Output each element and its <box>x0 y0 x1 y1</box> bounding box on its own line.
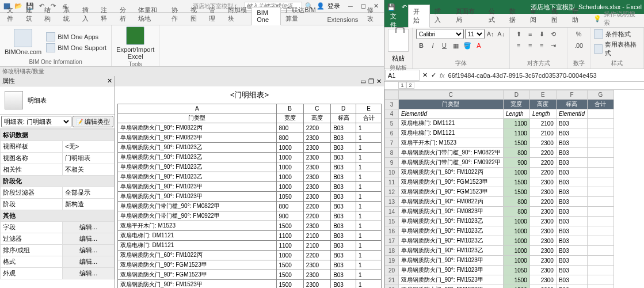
prop-value[interactable]: <无> <box>63 141 115 153</box>
table-row[interactable]: 双扇电梯门: DM112111002100B031 <box>118 231 382 241</box>
outline-level-1[interactable]: 1 <box>398 82 406 89</box>
row-header[interactable]: 7 <box>385 138 399 148</box>
table-row[interactable]: 11双扇钢质防火门_90°: FGM1523甲15002300B03 <box>385 177 614 187</box>
table-row[interactable]: 6双扇电梯门: DM112111002100B03 <box>385 128 614 138</box>
ribbon-tab[interactable]: 插入 <box>78 4 97 25</box>
data-subheader[interactable]: ElementId <box>399 109 504 119</box>
font-color-button[interactable]: A <box>474 40 484 51</box>
data-header[interactable]: 宽度 <box>503 100 529 109</box>
element-selector[interactable]: 明细表: 门明细表 <box>1 116 71 127</box>
table-row[interactable]: 9单扇钢质防火门带门槛_90°: FM0922甲9002200B03 <box>385 158 614 168</box>
col-header[interactable]: 标高 <box>331 113 356 123</box>
table-row[interactable]: 单扇钢质防火门带门槛_90°: FM0922甲9002200B031 <box>118 211 382 221</box>
ribbon-tab[interactable]: 协作 <box>167 4 186 25</box>
prop-section[interactable]: 标识数据 <box>1 130 115 141</box>
table-row[interactable]: 14单扇钢质防火门_90°: FM0823甲8002300B03 <box>385 207 614 217</box>
save-icon[interactable]: 💾 <box>387 2 396 12</box>
underline-button[interactable]: U <box>439 40 449 51</box>
excel-tab[interactable]: 页面布局 <box>451 5 484 27</box>
excel-tab[interactable]: 插入 <box>430 5 451 27</box>
col-header[interactable]: 高度 <box>303 113 330 123</box>
table-row[interactable]: 双扇电梯门: DM112111002100B031 <box>118 241 382 251</box>
border-button[interactable]: ▦ <box>451 40 461 51</box>
row-header[interactable]: 11 <box>385 177 399 187</box>
col-header[interactable]: 宽度 <box>276 113 303 123</box>
ribbon-tab[interactable]: 附加模块 <box>223 4 251 25</box>
prop-section[interactable]: 其他 <box>1 210 115 222</box>
row-header[interactable]: 13 <box>385 197 399 207</box>
col-header[interactable]: 合计 <box>356 113 382 123</box>
bold-button[interactable]: B <box>416 40 426 51</box>
table-row[interactable]: 双扇钢质防火门_90°: FGM1523甲15002300B031 <box>118 260 382 270</box>
col-header[interactable]: E <box>529 90 556 100</box>
data-header[interactable]: 高度 <box>529 100 556 109</box>
table-row[interactable]: 5双扇电梯门: DM112111002100B03 <box>385 119 614 128</box>
italic-button[interactable]: I <box>428 40 438 51</box>
row-header[interactable]: 6 <box>385 128 399 138</box>
table-row[interactable]: 双扇钢质防火门_60°: FM1022丙10002200B031 <box>118 251 382 260</box>
ribbon-tab[interactable]: 体量和场地 <box>134 4 167 25</box>
login-label[interactable]: 登录 <box>327 2 340 10</box>
prop-value[interactable]: 编辑... <box>63 222 115 233</box>
table-row[interactable]: 8单扇钢质防火门带门槛_90°: FM0822甲8002200B03 <box>385 148 614 158</box>
export-import-excel-button[interactable]: Export/Import Excel <box>116 26 154 60</box>
data-header[interactable]: 标高 <box>556 100 587 109</box>
excel-tab[interactable]: 数据 <box>505 5 525 27</box>
edit-type-button[interactable]: 📝 编辑类型 <box>73 116 113 127</box>
row-header[interactable]: 9 <box>385 158 399 168</box>
bimone-apps-button[interactable]: BIM One Apps <box>46 32 106 42</box>
ribbon-tab[interactable]: 建筑 <box>21 4 40 25</box>
row-header[interactable]: 12 <box>385 187 399 197</box>
data-header[interactable]: 合计 <box>587 100 613 109</box>
data-subheader[interactable]: ElementId <box>556 109 587 119</box>
col-header[interactable]: C <box>399 90 504 100</box>
table-format-button[interactable]: 套用表格格式 <box>594 40 640 58</box>
increase-font-icon[interactable]: A↑ <box>486 29 496 39</box>
table-row[interactable]: 双扇钢质防火门_90°: FM1523甲15002300B031 <box>118 280 382 289</box>
formula-value[interactable]: 66f19484-ca0a-43d7-8915-3c67cd035370-000… <box>448 72 597 79</box>
ribbon-tab[interactable]: 广联达BIM算量 <box>281 4 322 25</box>
cond-format-button[interactable]: 条件格式 <box>594 29 631 39</box>
prop-section[interactable]: 阶段化 <box>1 176 115 187</box>
data-subheader[interactable]: Length <box>529 109 556 119</box>
align-right-icon[interactable]: ≡ <box>536 40 547 51</box>
col-header[interactable]: 门类型 <box>118 113 277 123</box>
prop-value[interactable]: 门明细表 <box>63 153 115 164</box>
row-header[interactable]: 19 <box>385 256 399 266</box>
align-center-icon[interactable]: ≡ <box>525 40 535 51</box>
row-header[interactable]: 17 <box>385 236 399 246</box>
row-header[interactable]: 3 <box>385 100 399 109</box>
table-row[interactable]: 双扇钢质防火门_90°: FGM1523甲15002300B031 <box>118 270 382 280</box>
row-header[interactable]: 21 <box>385 275 399 285</box>
table-row[interactable]: 18单扇钢质防火门_90°: FM1023乙10002300B03 <box>385 246 614 256</box>
view-maximize-icon[interactable]: ▭ <box>360 78 366 85</box>
ribbon-tab[interactable]: 结构 <box>40 4 59 25</box>
excel-tab[interactable]: 帮助 <box>567 5 588 27</box>
close-panel-button[interactable]: ✕ <box>107 77 112 85</box>
table-row[interactable]: 单扇钢质防火门_90°: FM1023甲10502300B031 <box>118 192 382 202</box>
row-header[interactable]: 22 <box>385 285 399 289</box>
prop-value[interactable]: 编辑... <box>63 268 115 279</box>
prop-value[interactable]: 全部显示 <box>63 187 115 199</box>
view-close-icon[interactable]: ✕ <box>376 78 382 85</box>
tell-me-search[interactable]: 💡 操作说明搜索 <box>589 10 644 27</box>
row-header[interactable]: 10 <box>385 168 399 177</box>
table-row[interactable]: 单扇钢质防火门_90°: FM1023乙10002300B031 <box>118 153 382 162</box>
view-restore-icon[interactable]: ❐ <box>368 78 374 85</box>
row-header[interactable]: 15 <box>385 217 399 226</box>
row-header[interactable]: 4 <box>385 109 399 119</box>
row-header[interactable]: 14 <box>385 207 399 217</box>
indent-icon[interactable]: ⇥ <box>548 40 558 51</box>
excel-tab[interactable]: 公式 <box>484 5 505 27</box>
table-row[interactable]: 15单扇钢质防火门_90°: FM1023乙10002300B03 <box>385 217 614 226</box>
table-row[interactable]: 22双扇钢质防火门_90°: FM1523甲15002300B03 <box>385 285 614 289</box>
font-size-select[interactable]: 11 <box>465 29 485 39</box>
prop-value[interactable]: 编辑... <box>63 256 115 268</box>
prop-value[interactable]: 编辑... <box>63 233 115 245</box>
paste-button[interactable] <box>388 29 409 52</box>
enter-icon[interactable]: ✓ <box>431 71 436 79</box>
excel-tab[interactable]: 开始 <box>408 5 430 28</box>
select-all[interactable] <box>385 90 399 100</box>
prop-value[interactable]: 不相关 <box>63 164 115 176</box>
prop-value[interactable]: 新构造 <box>63 199 115 210</box>
